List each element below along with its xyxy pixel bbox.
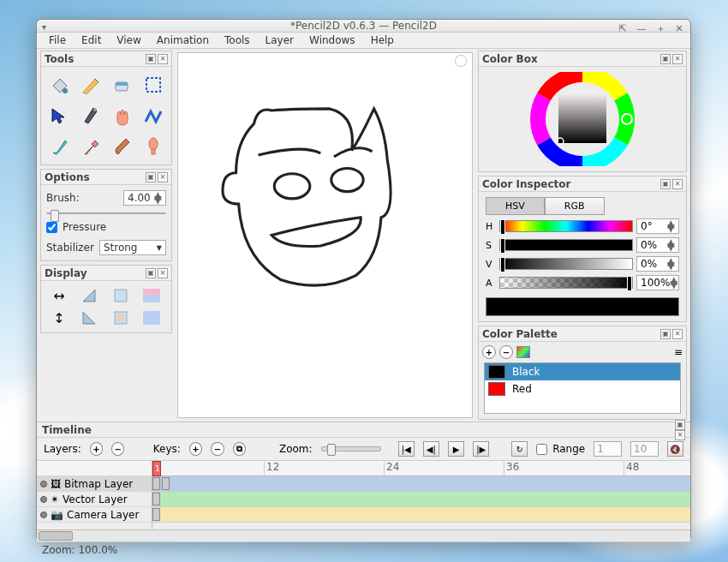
val-slider[interactable] bbox=[499, 258, 633, 270]
layer-row[interactable]: 🖼Bitmap Layer bbox=[37, 476, 152, 492]
tool-smudge2[interactable] bbox=[139, 132, 168, 161]
undock-icon[interactable]: ▣ bbox=[675, 420, 685, 430]
menu-tools[interactable]: Tools bbox=[218, 33, 257, 48]
color-wheel[interactable] bbox=[527, 72, 638, 166]
sat-slider[interactable] bbox=[499, 239, 633, 251]
tool-move[interactable] bbox=[45, 101, 74, 130]
colorbox-panel: Color Box▣✕ bbox=[478, 51, 687, 172]
hue-input[interactable]: 0°▲▼ bbox=[636, 218, 679, 234]
close-panel-icon[interactable]: ✕ bbox=[672, 54, 683, 64]
undock-icon[interactable]: ▣ bbox=[146, 54, 156, 64]
add-layer-button[interactable]: + bbox=[90, 442, 103, 456]
onion-color2-icon[interactable] bbox=[139, 308, 164, 327]
menu-windows[interactable]: Windows bbox=[302, 33, 362, 48]
options-title: Options bbox=[45, 171, 90, 183]
onion-color-icon[interactable] bbox=[139, 286, 164, 305]
add-color-button[interactable]: + bbox=[482, 345, 496, 359]
layer-row[interactable]: ✴Vector Layer bbox=[37, 492, 152, 507]
maximize-icon[interactable]: ＋ bbox=[654, 22, 666, 34]
track-bitmap[interactable] bbox=[152, 476, 690, 492]
timeline-zoom-slider[interactable] bbox=[321, 446, 381, 451]
tool-hand[interactable] bbox=[107, 101, 136, 130]
loop-button[interactable]: ↻ bbox=[511, 441, 528, 457]
menu-layer[interactable]: Layer bbox=[259, 33, 301, 48]
remove-color-button[interactable]: − bbox=[499, 345, 513, 359]
close-panel-icon[interactable]: ✕ bbox=[158, 172, 168, 182]
menu-animation[interactable]: Animation bbox=[150, 33, 216, 48]
undock-icon[interactable]: ▣ bbox=[146, 172, 156, 182]
tool-bucket[interactable] bbox=[45, 70, 74, 99]
remove-key-button[interactable]: − bbox=[211, 442, 224, 456]
play-button[interactable]: ▶ bbox=[448, 441, 464, 457]
mirror-v-icon[interactable]: ↕ bbox=[46, 308, 72, 327]
svg-rect-12 bbox=[143, 311, 160, 325]
tool-pen[interactable] bbox=[76, 101, 105, 130]
undock-icon[interactable]: ▣ bbox=[660, 329, 671, 339]
brush-slider[interactable] bbox=[46, 212, 166, 214]
palette-menu-icon[interactable]: ≡ bbox=[674, 346, 683, 358]
pin-icon[interactable]: ⇱ bbox=[617, 22, 629, 34]
palette-list[interactable]: Black Red bbox=[484, 362, 681, 414]
tool-polyline[interactable] bbox=[139, 101, 168, 130]
undock-icon[interactable]: ▣ bbox=[660, 54, 671, 64]
close-panel-icon[interactable]: ✕ bbox=[158, 268, 168, 278]
tool-smudge[interactable] bbox=[107, 132, 136, 161]
undock-icon[interactable]: ▣ bbox=[660, 179, 671, 189]
colorinspector-title: Color Inspector bbox=[482, 178, 570, 190]
close-panel-icon[interactable]: ✕ bbox=[675, 430, 685, 440]
onion-next-icon[interactable] bbox=[77, 308, 103, 327]
rgb-tab[interactable]: RGB bbox=[545, 197, 605, 215]
titlebar[interactable]: ▾ *Pencil2D v0.6.3 — Pencil2D ⇱ — ＋ ✕ bbox=[37, 20, 690, 33]
undock-icon[interactable]: ▣ bbox=[146, 268, 156, 278]
layer-row[interactable]: 📷Camera Layer bbox=[37, 507, 152, 523]
tool-eyedropper[interactable] bbox=[76, 132, 105, 161]
track-vector[interactable] bbox=[152, 492, 690, 507]
timeline-scrollbar[interactable] bbox=[37, 529, 690, 541]
val-input[interactable]: 0%▲▼ bbox=[636, 256, 679, 272]
range-checkbox[interactable]: Range bbox=[536, 443, 585, 455]
close-panel-icon[interactable]: ✕ bbox=[672, 329, 683, 339]
close-icon[interactable]: ✕ bbox=[673, 22, 685, 34]
prev-frame-button[interactable]: ◀| bbox=[423, 441, 439, 457]
tool-select[interactable] bbox=[139, 70, 168, 99]
tool-eraser[interactable] bbox=[107, 70, 136, 99]
playhead[interactable]: 1 bbox=[152, 461, 161, 476]
menu-edit[interactable]: Edit bbox=[75, 33, 108, 48]
mirror-h-icon[interactable]: ↔ bbox=[46, 286, 72, 305]
palette-item[interactable]: Red bbox=[485, 380, 680, 398]
palette-picker-icon[interactable] bbox=[516, 346, 530, 358]
tool-pencil[interactable] bbox=[76, 70, 105, 99]
range-to-input[interactable]: 10 bbox=[630, 441, 659, 457]
alpha-slider[interactable] bbox=[499, 277, 633, 289]
tool-brush[interactable] bbox=[45, 132, 74, 161]
track-camera[interactable] bbox=[152, 507, 690, 523]
menu-file[interactable]: File bbox=[42, 33, 73, 48]
display-overlay-icon[interactable] bbox=[108, 308, 134, 327]
hue-slider[interactable] bbox=[499, 220, 633, 232]
stabilizer-select[interactable]: Strong▼ bbox=[99, 240, 166, 255]
canvas[interactable] bbox=[177, 52, 473, 418]
timeline-ruler[interactable]: 1 12 24 36 48 bbox=[152, 461, 690, 476]
pressure-checkbox[interactable]: Pressure bbox=[46, 221, 166, 233]
hsv-tab[interactable]: HSV bbox=[486, 197, 545, 215]
brush-size-input[interactable]: 4.00▲▼ bbox=[123, 190, 166, 206]
alpha-input[interactable]: 100%▲▼ bbox=[636, 275, 679, 290]
close-panel-icon[interactable]: ✕ bbox=[672, 179, 683, 189]
menu-view[interactable]: View bbox=[110, 33, 147, 48]
window-menu-icon[interactable]: ▾ bbox=[42, 22, 54, 34]
menu-help[interactable]: Help bbox=[364, 33, 401, 48]
next-frame-button[interactable]: |▶ bbox=[473, 441, 489, 457]
sound-button[interactable]: 🔇 bbox=[667, 441, 683, 457]
display-grid-icon[interactable] bbox=[108, 286, 134, 305]
add-key-button[interactable]: + bbox=[189, 442, 202, 456]
range-from-input[interactable]: 1 bbox=[594, 441, 622, 457]
dup-key-button[interactable]: ⧉ bbox=[233, 442, 246, 456]
remove-layer-button[interactable]: − bbox=[111, 442, 124, 456]
palette-item[interactable]: Black bbox=[485, 363, 680, 380]
close-panel-icon[interactable]: ✕ bbox=[158, 54, 168, 64]
first-frame-button[interactable]: |◀ bbox=[398, 441, 415, 457]
svg-point-4 bbox=[93, 108, 97, 111]
sat-input[interactable]: 0%▲▼ bbox=[636, 237, 679, 253]
minimize-icon[interactable]: — bbox=[636, 22, 647, 34]
onion-prev-icon[interactable] bbox=[77, 286, 103, 305]
